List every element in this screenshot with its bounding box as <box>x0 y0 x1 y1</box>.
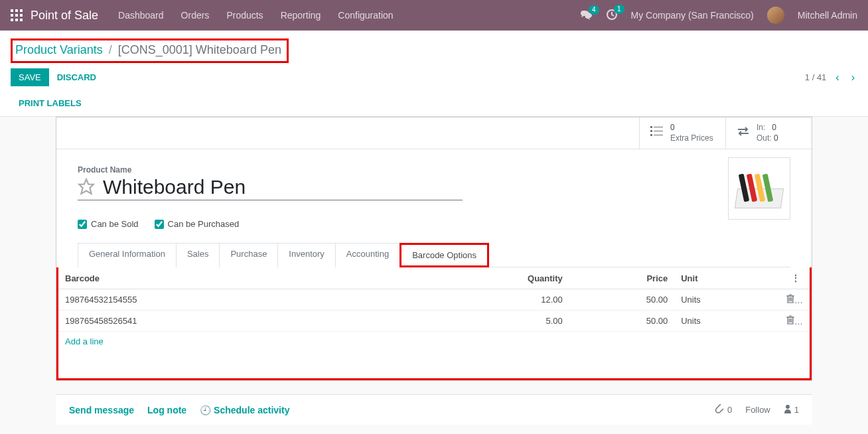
product-name-label: Product Name <box>78 165 790 175</box>
th-barcode[interactable]: Barcode <box>58 267 404 289</box>
svg-rect-13 <box>654 131 663 131</box>
transfer-icon <box>737 126 750 140</box>
cell-unit[interactable]: Units <box>674 311 779 332</box>
send-message-button[interactable]: Send message <box>69 405 134 415</box>
chat-badge: 4 <box>589 5 599 15</box>
attachments[interactable]: 0 <box>715 404 732 415</box>
svg-rect-11 <box>654 127 663 127</box>
cell-barcode[interactable]: 198765458526541 <box>58 311 404 332</box>
product-name-input[interactable] <box>103 176 463 198</box>
tab-inventory[interactable]: Inventory <box>277 243 335 267</box>
nav-reporting[interactable]: Reporting <box>281 10 321 21</box>
table-row[interactable]: 198765458526541 5.00 50.00 Units … <box>58 311 810 332</box>
svg-rect-6 <box>11 19 13 21</box>
tab-sales[interactable]: Sales <box>176 243 220 267</box>
breadcrumb-current: [CONS_0001] Whiteboard Pen <box>118 43 281 56</box>
th-unit[interactable]: Unit <box>674 267 779 289</box>
cell-unit[interactable]: Units <box>674 289 779 311</box>
add-line-label[interactable]: Add a line <box>58 332 810 352</box>
nav-dashboard[interactable]: Dashboard <box>118 10 164 21</box>
nav-links: Dashboard Orders Products Reporting Conf… <box>118 10 394 21</box>
breadcrumb: Product Variants / [CONS_0001] Whiteboar… <box>11 38 289 63</box>
cell-barcode[interactable]: 198764532154555 <box>58 289 404 311</box>
app-name[interactable]: Point of Sale <box>31 9 98 23</box>
svg-rect-3 <box>11 14 13 17</box>
column-options-icon[interactable]: ⋮ <box>791 273 803 283</box>
tab-general-information[interactable]: General Information <box>78 243 177 267</box>
breadcrumb-parent[interactable]: Product Variants <box>15 43 103 56</box>
list-icon <box>650 126 664 140</box>
apps-icon[interactable] <box>11 9 23 21</box>
follow-button[interactable]: Follow <box>745 405 770 415</box>
chat-icon[interactable]: 4 <box>581 9 593 22</box>
svg-rect-10 <box>650 126 652 128</box>
svg-rect-0 <box>11 9 13 12</box>
svg-rect-2 <box>20 9 23 12</box>
stat-in-val: 0 <box>772 123 776 132</box>
can-be-purchased-label: Can be Purchased <box>168 219 240 229</box>
can-be-sold-label: Can be Sold <box>91 219 139 229</box>
barcode-table: Barcode Quantity Price Unit ⋮ 1987645321… <box>56 267 812 380</box>
print-labels-button[interactable]: PRINT LABELS <box>19 98 82 108</box>
stat-extra-count: 0 <box>670 123 713 133</box>
delete-row-icon[interactable]: … <box>786 295 803 305</box>
th-quantity[interactable]: Quantity <box>404 267 569 289</box>
pager: 1 / 41 ‹ › <box>805 72 857 84</box>
tab-purchase[interactable]: Purchase <box>219 243 278 267</box>
can-be-purchased-checkbox[interactable] <box>155 220 164 229</box>
can-be-sold-check[interactable]: Can be Sold <box>78 219 139 229</box>
nav-orders[interactable]: Orders <box>181 10 210 21</box>
tab-barcode-options[interactable]: Barcode Options <box>399 243 489 267</box>
svg-point-19 <box>786 405 790 409</box>
can-be-purchased-check[interactable]: Can be Purchased <box>155 219 240 229</box>
stat-in-out[interactable]: In: 0 Out: 0 <box>725 117 812 149</box>
tabs: General Information Sales Purchase Inven… <box>78 242 790 267</box>
svg-rect-5 <box>20 14 23 17</box>
pager-next-icon[interactable]: › <box>849 72 857 84</box>
top-navbar: Point of Sale Dashboard Orders Products … <box>0 0 868 31</box>
user-avatar[interactable] <box>767 7 784 24</box>
form-sheet: 0 Extra Prices In: 0 Out: 0 Product Name <box>56 117 812 381</box>
delete-row-icon[interactable]: … <box>786 317 803 326</box>
svg-marker-16 <box>79 179 94 194</box>
favorite-star-icon[interactable] <box>78 178 95 197</box>
svg-rect-1 <box>15 9 18 12</box>
th-price[interactable]: Price <box>569 267 674 289</box>
attachment-icon <box>715 404 725 415</box>
chatter-bar: Send message Log note 🕘 Schedule activit… <box>56 394 812 425</box>
svg-rect-12 <box>650 130 652 132</box>
cell-price[interactable]: 50.00 <box>569 311 674 332</box>
schedule-activity-button[interactable]: 🕘 Schedule activity <box>200 405 289 415</box>
cell-qty[interactable]: 12.00 <box>404 289 569 311</box>
can-be-sold-checkbox[interactable] <box>78 220 87 229</box>
activity-icon[interactable]: 1 <box>606 9 618 23</box>
nav-configuration[interactable]: Configuration <box>338 10 393 21</box>
cell-price[interactable]: 50.00 <box>569 289 674 311</box>
followers[interactable]: 1 <box>784 404 799 415</box>
discard-button[interactable]: DISCARD <box>57 72 96 82</box>
svg-rect-8 <box>20 19 23 21</box>
cell-qty[interactable]: 5.00 <box>404 311 569 332</box>
pager-prev-icon[interactable]: ‹ <box>833 72 841 84</box>
add-line-row[interactable]: Add a line <box>58 332 810 352</box>
user-name[interactable]: Mitchell Admin <box>798 10 857 21</box>
table-row[interactable]: 198764532154555 12.00 50.00 Units … <box>58 289 810 311</box>
activity-badge: 1 <box>614 5 624 14</box>
stat-out-val: 0 <box>774 133 778 143</box>
svg-rect-15 <box>654 135 663 135</box>
company-name[interactable]: My Company (San Francisco) <box>631 10 754 21</box>
svg-rect-7 <box>15 19 18 21</box>
stat-extra-label: Extra Prices <box>670 133 713 144</box>
log-note-button[interactable]: Log note <box>147 405 186 415</box>
stat-in-label: In: <box>757 123 765 132</box>
pager-text[interactable]: 1 / 41 <box>805 72 827 82</box>
svg-rect-14 <box>650 134 652 136</box>
save-button[interactable]: SAVE <box>11 68 49 86</box>
product-image[interactable] <box>728 157 790 220</box>
person-icon <box>784 404 792 415</box>
nav-products[interactable]: Products <box>226 10 263 21</box>
stat-out-label: Out: <box>757 133 772 143</box>
stat-extra-prices[interactable]: 0 Extra Prices <box>639 117 725 149</box>
tab-accounting[interactable]: Accounting <box>335 243 400 267</box>
svg-rect-4 <box>15 14 18 17</box>
